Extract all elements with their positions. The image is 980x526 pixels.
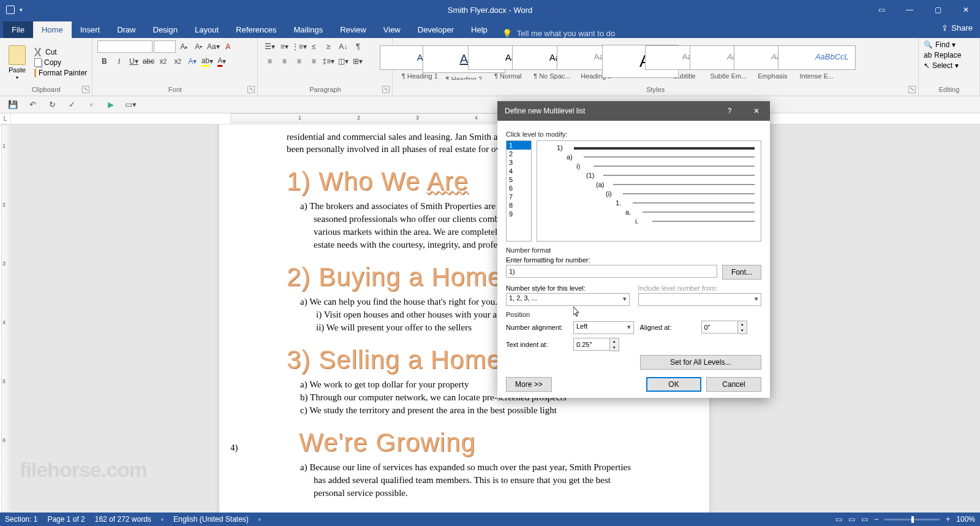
borders-button[interactable]: ⊞▾ <box>351 55 364 67</box>
replace-button[interactable]: abReplace <box>924 51 961 59</box>
clipboard-launcher[interactable]: ⤡ <box>82 86 89 93</box>
superscript-button[interactable]: x2 <box>171 55 184 67</box>
justify-button[interactable]: ≡ <box>307 55 320 67</box>
font-color-button[interactable]: A▾ <box>215 55 228 67</box>
number-format-input[interactable] <box>506 265 717 278</box>
font-launcher[interactable]: ⤡ <box>247 86 255 93</box>
subscript-button[interactable]: x2 <box>156 55 170 67</box>
level-option-9[interactable]: 9 <box>507 210 531 218</box>
change-case-button[interactable]: Aa▾ <box>206 40 220 53</box>
autosave-icon[interactable] <box>6 6 15 14</box>
page-icon[interactable]: ▭▾ <box>125 99 136 110</box>
styles-launcher[interactable]: ⤡ <box>908 86 916 93</box>
show-hide-button[interactable]: ¶ <box>351 40 364 53</box>
level-option-2[interactable]: 2 <box>507 150 531 158</box>
align-left-button[interactable]: ≡ <box>263 55 276 67</box>
copy-button[interactable]: Copy <box>34 58 87 67</box>
level-option-7[interactable]: 7 <box>507 192 531 201</box>
tab-developer[interactable]: Developer <box>409 21 462 38</box>
level-option-1[interactable]: 1 <box>507 141 531 150</box>
font-button[interactable]: Font... <box>722 265 761 280</box>
share-button[interactable]: ⇪ Share <box>941 23 973 32</box>
tab-home[interactable]: Home <box>33 21 72 38</box>
tab-references[interactable]: References <box>227 21 285 38</box>
highlight-button[interactable]: ab▾ <box>200 55 214 67</box>
zoom-in-button[interactable]: + <box>946 515 950 524</box>
aligned-at-spinner[interactable]: ▴▾ <box>701 321 762 334</box>
save-icon[interactable]: 💾 <box>7 99 18 110</box>
vertical-ruler[interactable]: 123456 <box>0 124 11 513</box>
find-button[interactable]: 🔍Find ▾ <box>924 40 956 49</box>
ribbon-display-options[interactable]: ▭ <box>867 0 895 20</box>
level-option-3[interactable]: 3 <box>507 158 531 167</box>
tell-me[interactable]: 💡 Tell me what you want to do <box>502 29 615 38</box>
number-style-select[interactable]: 1, 2, 3, ... <box>506 293 630 306</box>
decrease-indent-button[interactable]: ≤ <box>307 40 320 53</box>
style-9[interactable]: AaBbCcLIntense E... <box>794 45 839 80</box>
text-effects-button[interactable]: A▾ <box>186 55 199 67</box>
qat-dropdown-icon[interactable]: ▾ <box>20 7 23 13</box>
close-button[interactable]: ✕ <box>952 0 980 20</box>
tab-layout[interactable]: Layout <box>186 21 227 38</box>
tab-mailings[interactable]: Mailings <box>285 21 332 38</box>
zoom-level[interactable]: 100% <box>956 515 975 524</box>
font-size-combo[interactable] <box>154 40 176 53</box>
select-button[interactable]: ↖Select ▾ <box>924 61 959 70</box>
font-name-combo[interactable] <box>97 40 153 53</box>
status-section[interactable]: Section: 1 <box>5 515 37 524</box>
status-page[interactable]: Page 1 of 2 <box>47 515 85 524</box>
status-macro-icon[interactable]: ▫ <box>258 515 261 524</box>
tab-review[interactable]: Review <box>331 21 375 38</box>
view-read-icon[interactable]: ▭ <box>835 515 842 524</box>
view-web-icon[interactable]: ▭ <box>861 515 868 524</box>
number-alignment-select[interactable]: Left <box>573 321 634 334</box>
paragraph-launcher[interactable]: ⤡ <box>382 86 390 93</box>
include-level-select[interactable] <box>638 293 762 306</box>
level-option-5[interactable]: 5 <box>507 175 531 184</box>
tab-design[interactable]: Design <box>145 21 186 38</box>
aligned-at-input[interactable] <box>701 321 738 334</box>
tab-insert[interactable]: Insert <box>72 21 109 38</box>
ok-button[interactable]: OK <box>646 377 701 392</box>
dialog-close-button[interactable]: ✕ <box>743 101 770 121</box>
redo-icon[interactable]: ↻ <box>47 99 58 110</box>
zoom-out-button[interactable]: − <box>874 515 878 524</box>
level-option-8[interactable]: 8 <box>507 201 531 210</box>
italic-button[interactable]: I <box>112 55 126 67</box>
text-indent-input[interactable] <box>573 338 610 351</box>
cut-button[interactable]: Cut <box>34 48 87 56</box>
line-spacing-button[interactable]: ‡≡▾ <box>322 55 335 67</box>
minimize-button[interactable]: — <box>895 0 924 20</box>
paste-button[interactable]: Paste ▾ <box>5 45 29 80</box>
align-center-button[interactable]: ≡ <box>277 55 291 67</box>
more-button[interactable]: More >> <box>506 377 552 392</box>
play-icon[interactable]: ▶ <box>105 99 116 110</box>
new-doc-icon[interactable]: ▫ <box>86 99 97 110</box>
tab-view[interactable]: View <box>375 21 409 38</box>
numbering-button[interactable]: ≡▾ <box>277 40 291 53</box>
underline-button[interactable]: U▾ <box>127 55 140 67</box>
touch-icon[interactable]: ✓ <box>66 99 77 110</box>
shrink-font-button[interactable]: A▾ <box>192 40 205 53</box>
maximize-button[interactable]: ▢ <box>924 0 952 20</box>
tab-selector[interactable]: L <box>0 113 11 124</box>
set-for-all-levels-button[interactable]: Set for All Levels... <box>640 355 762 370</box>
status-proofing-icon[interactable]: ▫ <box>161 515 164 524</box>
status-words[interactable]: 162 of 272 words <box>95 515 151 524</box>
level-list[interactable]: 123456789 <box>506 140 532 242</box>
tab-help[interactable]: Help <box>462 21 496 38</box>
zoom-slider[interactable] <box>884 519 940 520</box>
sort-button[interactable]: A↓ <box>336 40 350 53</box>
level-option-4[interactable]: 4 <box>507 167 531 175</box>
clear-formatting-button[interactable]: A̷ <box>221 40 235 53</box>
dialog-titlebar[interactable]: Define new Multilevel list ? ✕ <box>497 101 770 121</box>
level-option-6[interactable]: 6 <box>507 184 531 192</box>
undo-icon[interactable]: ↶ <box>27 99 38 110</box>
text-indent-spinner[interactable]: ▴▾ <box>573 338 634 351</box>
align-right-button[interactable]: ≡ <box>292 55 306 67</box>
status-language[interactable]: English (United States) <box>173 515 249 524</box>
strikethrough-button[interactable]: abc <box>141 55 155 67</box>
tab-file[interactable]: File <box>3 21 33 38</box>
format-painter-button[interactable]: Format Painter <box>34 69 87 77</box>
bullets-button[interactable]: ☰▾ <box>263 40 276 53</box>
